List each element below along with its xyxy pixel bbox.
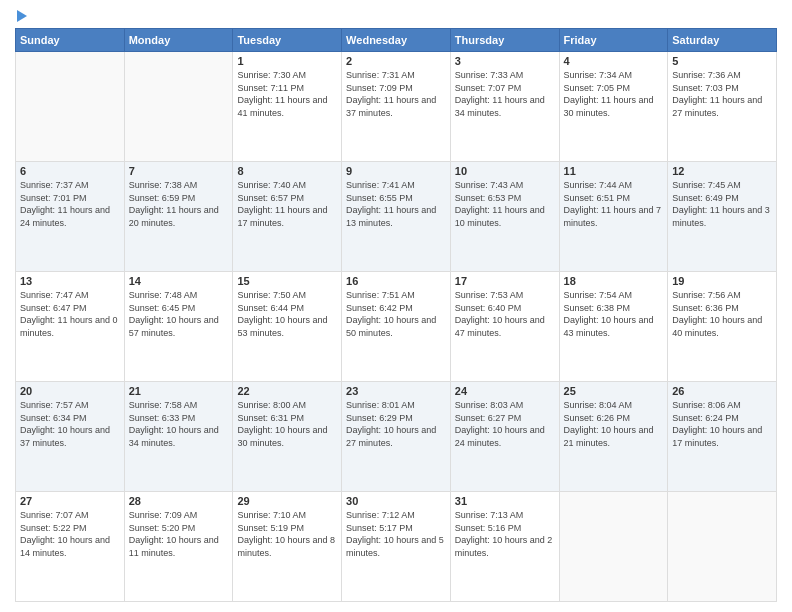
day-info: Sunrise: 7:07 AM Sunset: 5:22 PM Dayligh… [20,509,120,559]
day-number: 1 [237,55,337,67]
weekday-header-row: SundayMondayTuesdayWednesdayThursdayFrid… [16,29,777,52]
calendar-day-cell: 3Sunrise: 7:33 AM Sunset: 7:07 PM Daylig… [450,52,559,162]
calendar-day-cell: 13Sunrise: 7:47 AM Sunset: 6:47 PM Dayli… [16,272,125,382]
weekday-header-thursday: Thursday [450,29,559,52]
weekday-header-tuesday: Tuesday [233,29,342,52]
calendar-day-cell [559,492,668,602]
day-info: Sunrise: 7:58 AM Sunset: 6:33 PM Dayligh… [129,399,229,449]
calendar-day-cell: 6Sunrise: 7:37 AM Sunset: 7:01 PM Daylig… [16,162,125,272]
day-info: Sunrise: 7:12 AM Sunset: 5:17 PM Dayligh… [346,509,446,559]
weekday-header-monday: Monday [124,29,233,52]
day-info: Sunrise: 7:56 AM Sunset: 6:36 PM Dayligh… [672,289,772,339]
day-info: Sunrise: 8:06 AM Sunset: 6:24 PM Dayligh… [672,399,772,449]
calendar-day-cell: 25Sunrise: 8:04 AM Sunset: 6:26 PM Dayli… [559,382,668,492]
day-number: 21 [129,385,229,397]
day-number: 5 [672,55,772,67]
calendar-day-cell: 2Sunrise: 7:31 AM Sunset: 7:09 PM Daylig… [342,52,451,162]
logo-arrow-icon [17,10,27,22]
calendar-week-row: 6Sunrise: 7:37 AM Sunset: 7:01 PM Daylig… [16,162,777,272]
calendar-day-cell: 16Sunrise: 7:51 AM Sunset: 6:42 PM Dayli… [342,272,451,382]
day-number: 27 [20,495,120,507]
day-info: Sunrise: 7:53 AM Sunset: 6:40 PM Dayligh… [455,289,555,339]
day-number: 4 [564,55,664,67]
calendar-week-row: 1Sunrise: 7:30 AM Sunset: 7:11 PM Daylig… [16,52,777,162]
day-number: 16 [346,275,446,287]
calendar-day-cell: 5Sunrise: 7:36 AM Sunset: 7:03 PM Daylig… [668,52,777,162]
day-number: 15 [237,275,337,287]
day-number: 7 [129,165,229,177]
day-info: Sunrise: 7:44 AM Sunset: 6:51 PM Dayligh… [564,179,664,229]
day-number: 28 [129,495,229,507]
calendar-day-cell: 20Sunrise: 7:57 AM Sunset: 6:34 PM Dayli… [16,382,125,492]
day-number: 13 [20,275,120,287]
day-number: 23 [346,385,446,397]
calendar-day-cell: 9Sunrise: 7:41 AM Sunset: 6:55 PM Daylig… [342,162,451,272]
day-number: 3 [455,55,555,67]
day-number: 9 [346,165,446,177]
calendar-day-cell: 14Sunrise: 7:48 AM Sunset: 6:45 PM Dayli… [124,272,233,382]
day-number: 25 [564,385,664,397]
day-info: Sunrise: 7:40 AM Sunset: 6:57 PM Dayligh… [237,179,337,229]
day-number: 6 [20,165,120,177]
weekday-header-friday: Friday [559,29,668,52]
weekday-header-saturday: Saturday [668,29,777,52]
day-info: Sunrise: 7:47 AM Sunset: 6:47 PM Dayligh… [20,289,120,339]
calendar-day-cell: 18Sunrise: 7:54 AM Sunset: 6:38 PM Dayli… [559,272,668,382]
day-info: Sunrise: 8:03 AM Sunset: 6:27 PM Dayligh… [455,399,555,449]
calendar-day-cell: 8Sunrise: 7:40 AM Sunset: 6:57 PM Daylig… [233,162,342,272]
day-info: Sunrise: 8:00 AM Sunset: 6:31 PM Dayligh… [237,399,337,449]
calendar-week-row: 27Sunrise: 7:07 AM Sunset: 5:22 PM Dayli… [16,492,777,602]
calendar-day-cell: 22Sunrise: 8:00 AM Sunset: 6:31 PM Dayli… [233,382,342,492]
calendar-day-cell: 19Sunrise: 7:56 AM Sunset: 6:36 PM Dayli… [668,272,777,382]
calendar-day-cell: 26Sunrise: 8:06 AM Sunset: 6:24 PM Dayli… [668,382,777,492]
page: SundayMondayTuesdayWednesdayThursdayFrid… [0,0,792,612]
day-number: 26 [672,385,772,397]
weekday-header-sunday: Sunday [16,29,125,52]
day-info: Sunrise: 7:38 AM Sunset: 6:59 PM Dayligh… [129,179,229,229]
day-info: Sunrise: 7:54 AM Sunset: 6:38 PM Dayligh… [564,289,664,339]
day-number: 22 [237,385,337,397]
calendar-day-cell: 23Sunrise: 8:01 AM Sunset: 6:29 PM Dayli… [342,382,451,492]
day-number: 24 [455,385,555,397]
calendar-week-row: 20Sunrise: 7:57 AM Sunset: 6:34 PM Dayli… [16,382,777,492]
day-info: Sunrise: 7:50 AM Sunset: 6:44 PM Dayligh… [237,289,337,339]
calendar-day-cell: 10Sunrise: 7:43 AM Sunset: 6:53 PM Dayli… [450,162,559,272]
calendar-day-cell: 4Sunrise: 7:34 AM Sunset: 7:05 PM Daylig… [559,52,668,162]
day-number: 29 [237,495,337,507]
calendar-table: SundayMondayTuesdayWednesdayThursdayFrid… [15,28,777,602]
day-info: Sunrise: 7:34 AM Sunset: 7:05 PM Dayligh… [564,69,664,119]
day-number: 8 [237,165,337,177]
day-number: 2 [346,55,446,67]
header [15,10,777,22]
day-info: Sunrise: 7:31 AM Sunset: 7:09 PM Dayligh… [346,69,446,119]
calendar-day-cell: 21Sunrise: 7:58 AM Sunset: 6:33 PM Dayli… [124,382,233,492]
day-number: 20 [20,385,120,397]
day-info: Sunrise: 7:45 AM Sunset: 6:49 PM Dayligh… [672,179,772,229]
day-info: Sunrise: 7:48 AM Sunset: 6:45 PM Dayligh… [129,289,229,339]
calendar-day-cell: 1Sunrise: 7:30 AM Sunset: 7:11 PM Daylig… [233,52,342,162]
day-info: Sunrise: 7:41 AM Sunset: 6:55 PM Dayligh… [346,179,446,229]
calendar-day-cell [668,492,777,602]
calendar-week-row: 13Sunrise: 7:47 AM Sunset: 6:47 PM Dayli… [16,272,777,382]
day-info: Sunrise: 7:30 AM Sunset: 7:11 PM Dayligh… [237,69,337,119]
calendar-day-cell: 12Sunrise: 7:45 AM Sunset: 6:49 PM Dayli… [668,162,777,272]
day-info: Sunrise: 7:13 AM Sunset: 5:16 PM Dayligh… [455,509,555,559]
logo [15,10,27,22]
day-info: Sunrise: 7:36 AM Sunset: 7:03 PM Dayligh… [672,69,772,119]
calendar-day-cell [124,52,233,162]
day-info: Sunrise: 7:57 AM Sunset: 6:34 PM Dayligh… [20,399,120,449]
calendar-day-cell: 15Sunrise: 7:50 AM Sunset: 6:44 PM Dayli… [233,272,342,382]
day-number: 14 [129,275,229,287]
day-info: Sunrise: 7:43 AM Sunset: 6:53 PM Dayligh… [455,179,555,229]
day-info: Sunrise: 7:33 AM Sunset: 7:07 PM Dayligh… [455,69,555,119]
day-info: Sunrise: 7:09 AM Sunset: 5:20 PM Dayligh… [129,509,229,559]
day-info: Sunrise: 7:10 AM Sunset: 5:19 PM Dayligh… [237,509,337,559]
day-number: 10 [455,165,555,177]
day-number: 31 [455,495,555,507]
day-number: 19 [672,275,772,287]
calendar-day-cell: 11Sunrise: 7:44 AM Sunset: 6:51 PM Dayli… [559,162,668,272]
calendar-day-cell: 31Sunrise: 7:13 AM Sunset: 5:16 PM Dayli… [450,492,559,602]
day-info: Sunrise: 8:04 AM Sunset: 6:26 PM Dayligh… [564,399,664,449]
day-info: Sunrise: 7:37 AM Sunset: 7:01 PM Dayligh… [20,179,120,229]
calendar-day-cell: 24Sunrise: 8:03 AM Sunset: 6:27 PM Dayli… [450,382,559,492]
